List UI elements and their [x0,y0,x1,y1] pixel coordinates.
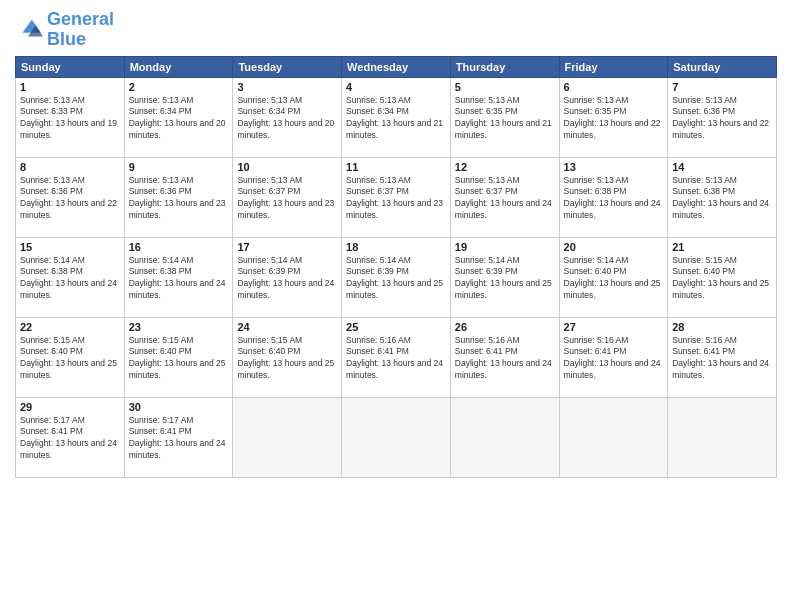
day-number: 17 [237,241,337,253]
day-info: Sunrise: 5:14 AMSunset: 6:40 PMDaylight:… [564,255,664,303]
day-info: Sunrise: 5:13 AMSunset: 6:37 PMDaylight:… [237,175,337,223]
table-row: 10 Sunrise: 5:13 AMSunset: 6:37 PMDaylig… [233,157,342,237]
day-number: 30 [129,401,229,413]
table-row: 13 Sunrise: 5:13 AMSunset: 6:38 PMDaylig… [559,157,668,237]
day-number: 20 [564,241,664,253]
table-row: 14 Sunrise: 5:13 AMSunset: 6:38 PMDaylig… [668,157,777,237]
table-row: 11 Sunrise: 5:13 AMSunset: 6:37 PMDaylig… [342,157,451,237]
day-info: Sunrise: 5:13 AMSunset: 6:34 PMDaylight:… [346,95,446,143]
table-row: 28 Sunrise: 5:16 AMSunset: 6:41 PMDaylig… [668,317,777,397]
day-info: Sunrise: 5:14 AMSunset: 6:39 PMDaylight:… [346,255,446,303]
table-row: 3 Sunrise: 5:13 AMSunset: 6:34 PMDayligh… [233,77,342,157]
day-info: Sunrise: 5:14 AMSunset: 6:38 PMDaylight:… [129,255,229,303]
day-number: 6 [564,81,664,93]
table-row: 22 Sunrise: 5:15 AMSunset: 6:40 PMDaylig… [16,317,125,397]
header-tuesday: Tuesday [233,56,342,77]
day-info: Sunrise: 5:17 AMSunset: 6:41 PMDaylight:… [20,415,120,463]
table-row: 18 Sunrise: 5:14 AMSunset: 6:39 PMDaylig… [342,237,451,317]
day-number: 21 [672,241,772,253]
day-number: 9 [129,161,229,173]
table-row: 16 Sunrise: 5:14 AMSunset: 6:38 PMDaylig… [124,237,233,317]
day-number: 13 [564,161,664,173]
header-thursday: Thursday [450,56,559,77]
day-info: Sunrise: 5:13 AMSunset: 6:38 PMDaylight:… [672,175,772,223]
table-row: 19 Sunrise: 5:14 AMSunset: 6:39 PMDaylig… [450,237,559,317]
day-number: 2 [129,81,229,93]
table-row: 12 Sunrise: 5:13 AMSunset: 6:37 PMDaylig… [450,157,559,237]
day-info: Sunrise: 5:13 AMSunset: 6:33 PMDaylight:… [20,95,120,143]
calendar-week-row: 22 Sunrise: 5:15 AMSunset: 6:40 PMDaylig… [16,317,777,397]
day-info: Sunrise: 5:13 AMSunset: 6:35 PMDaylight:… [455,95,555,143]
day-number: 3 [237,81,337,93]
header-sunday: Sunday [16,56,125,77]
table-row: 5 Sunrise: 5:13 AMSunset: 6:35 PMDayligh… [450,77,559,157]
logo: General Blue [15,10,114,50]
day-number: 1 [20,81,120,93]
day-info: Sunrise: 5:16 AMSunset: 6:41 PMDaylight:… [346,335,446,383]
table-row [233,397,342,477]
table-row: 15 Sunrise: 5:14 AMSunset: 6:38 PMDaylig… [16,237,125,317]
day-number: 12 [455,161,555,173]
table-row: 24 Sunrise: 5:15 AMSunset: 6:40 PMDaylig… [233,317,342,397]
day-info: Sunrise: 5:16 AMSunset: 6:41 PMDaylight:… [672,335,772,383]
calendar-week-row: 29 Sunrise: 5:17 AMSunset: 6:41 PMDaylig… [16,397,777,477]
day-number: 23 [129,321,229,333]
table-row: 20 Sunrise: 5:14 AMSunset: 6:40 PMDaylig… [559,237,668,317]
day-number: 18 [346,241,446,253]
header-monday: Monday [124,56,233,77]
day-number: 27 [564,321,664,333]
calendar-week-row: 1 Sunrise: 5:13 AMSunset: 6:33 PMDayligh… [16,77,777,157]
day-number: 24 [237,321,337,333]
day-info: Sunrise: 5:15 AMSunset: 6:40 PMDaylight:… [20,335,120,383]
table-row [559,397,668,477]
day-number: 16 [129,241,229,253]
table-row: 27 Sunrise: 5:16 AMSunset: 6:41 PMDaylig… [559,317,668,397]
table-row [342,397,451,477]
calendar-table: Sunday Monday Tuesday Wednesday Thursday… [15,56,777,478]
day-number: 26 [455,321,555,333]
day-info: Sunrise: 5:15 AMSunset: 6:40 PMDaylight:… [672,255,772,303]
header-wednesday: Wednesday [342,56,451,77]
day-number: 7 [672,81,772,93]
day-number: 10 [237,161,337,173]
day-info: Sunrise: 5:15 AMSunset: 6:40 PMDaylight:… [237,335,337,383]
calendar-week-row: 8 Sunrise: 5:13 AMSunset: 6:36 PMDayligh… [16,157,777,237]
logo-text: General Blue [47,10,114,50]
day-info: Sunrise: 5:13 AMSunset: 6:37 PMDaylight:… [346,175,446,223]
header-saturday: Saturday [668,56,777,77]
table-row: 26 Sunrise: 5:16 AMSunset: 6:41 PMDaylig… [450,317,559,397]
table-row: 4 Sunrise: 5:13 AMSunset: 6:34 PMDayligh… [342,77,451,157]
day-number: 14 [672,161,772,173]
calendar-week-row: 15 Sunrise: 5:14 AMSunset: 6:38 PMDaylig… [16,237,777,317]
day-number: 5 [455,81,555,93]
day-info: Sunrise: 5:14 AMSunset: 6:38 PMDaylight:… [20,255,120,303]
day-info: Sunrise: 5:13 AMSunset: 6:38 PMDaylight:… [564,175,664,223]
day-number: 4 [346,81,446,93]
header: General Blue [15,10,777,50]
table-row [668,397,777,477]
day-info: Sunrise: 5:13 AMSunset: 6:36 PMDaylight:… [20,175,120,223]
table-row: 9 Sunrise: 5:13 AMSunset: 6:36 PMDayligh… [124,157,233,237]
day-info: Sunrise: 5:13 AMSunset: 6:36 PMDaylight:… [672,95,772,143]
weekday-header-row: Sunday Monday Tuesday Wednesday Thursday… [16,56,777,77]
table-row: 21 Sunrise: 5:15 AMSunset: 6:40 PMDaylig… [668,237,777,317]
day-number: 28 [672,321,772,333]
table-row: 2 Sunrise: 5:13 AMSunset: 6:34 PMDayligh… [124,77,233,157]
day-info: Sunrise: 5:13 AMSunset: 6:37 PMDaylight:… [455,175,555,223]
day-number: 25 [346,321,446,333]
day-info: Sunrise: 5:16 AMSunset: 6:41 PMDaylight:… [564,335,664,383]
day-number: 11 [346,161,446,173]
table-row: 6 Sunrise: 5:13 AMSunset: 6:35 PMDayligh… [559,77,668,157]
day-info: Sunrise: 5:13 AMSunset: 6:34 PMDaylight:… [237,95,337,143]
table-row: 1 Sunrise: 5:13 AMSunset: 6:33 PMDayligh… [16,77,125,157]
day-info: Sunrise: 5:16 AMSunset: 6:41 PMDaylight:… [455,335,555,383]
day-info: Sunrise: 5:13 AMSunset: 6:34 PMDaylight:… [129,95,229,143]
day-info: Sunrise: 5:13 AMSunset: 6:36 PMDaylight:… [129,175,229,223]
page: General Blue Sunday Monday Tuesday Wedne… [0,0,792,612]
day-number: 22 [20,321,120,333]
day-number: 29 [20,401,120,413]
day-info: Sunrise: 5:15 AMSunset: 6:40 PMDaylight:… [129,335,229,383]
day-info: Sunrise: 5:14 AMSunset: 6:39 PMDaylight:… [237,255,337,303]
table-row: 8 Sunrise: 5:13 AMSunset: 6:36 PMDayligh… [16,157,125,237]
table-row: 23 Sunrise: 5:15 AMSunset: 6:40 PMDaylig… [124,317,233,397]
